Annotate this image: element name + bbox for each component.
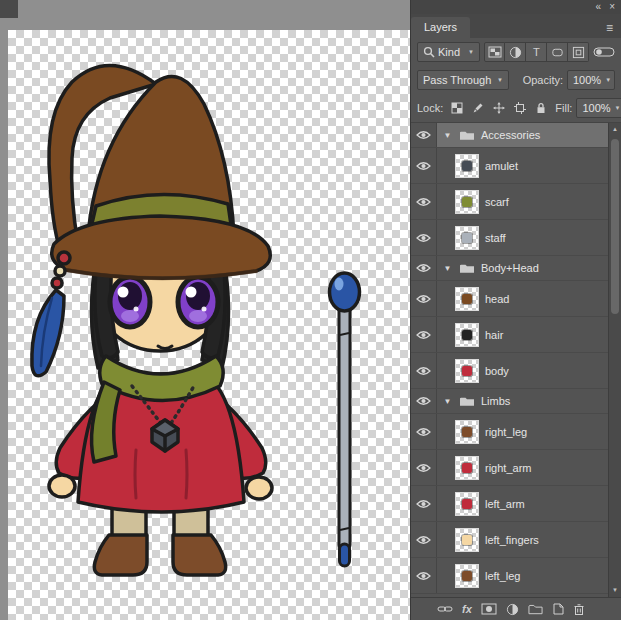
- chevron-down-icon: ▼: [497, 77, 503, 83]
- add-mask-icon[interactable]: [481, 603, 497, 615]
- disclosure-triangle-icon[interactable]: ▼: [442, 131, 453, 140]
- blend-mode-select[interactable]: Pass Through ▼: [417, 70, 509, 90]
- opacity-select[interactable]: 100% ▼: [567, 70, 615, 90]
- scroll-up-arrow[interactable]: ▲: [609, 123, 621, 136]
- fill-value: 100%: [582, 102, 610, 114]
- panel-menu-icon[interactable]: ≡: [606, 21, 621, 38]
- layer-group-row[interactable]: ▼Body+Head: [411, 256, 608, 281]
- shape-filter-icon[interactable]: [547, 42, 568, 62]
- layer-thumbnail[interactable]: [455, 154, 479, 178]
- visibility-eye-icon[interactable]: [411, 220, 437, 255]
- link-layers-icon[interactable]: [437, 604, 453, 614]
- lock-transparency-icon[interactable]: [449, 100, 465, 116]
- smartobject-filter-icon[interactable]: [568, 42, 589, 62]
- layer-name[interactable]: Limbs: [481, 395, 510, 407]
- lock-artboard-icon[interactable]: [512, 100, 528, 116]
- layer-row[interactable]: amulet: [411, 148, 608, 184]
- layer-thumbnail[interactable]: [455, 528, 479, 552]
- visibility-eye-icon[interactable]: [411, 123, 437, 147]
- document-transparent-canvas[interactable]: [8, 30, 410, 620]
- fill-label: Fill:: [555, 102, 572, 114]
- layer-name[interactable]: amulet: [485, 160, 518, 172]
- visibility-eye-icon[interactable]: [411, 450, 437, 485]
- layer-group-row[interactable]: ▼Accessories: [411, 123, 608, 148]
- canvas-corner: [0, 0, 18, 18]
- adjustment-layer-icon[interactable]: [506, 603, 519, 616]
- new-group-icon[interactable]: [528, 603, 543, 615]
- lock-pixels-icon[interactable]: [470, 100, 486, 116]
- layer-thumbnail[interactable]: [455, 359, 479, 383]
- delete-layer-icon[interactable]: [573, 603, 585, 615]
- visibility-eye-icon[interactable]: [411, 184, 437, 219]
- tab-layers[interactable]: Layers: [411, 17, 470, 38]
- adjustment-filter-icon[interactable]: [505, 42, 526, 62]
- layer-thumbnail[interactable]: [455, 456, 479, 480]
- close-panel-icon[interactable]: ×: [609, 0, 615, 14]
- disclosure-triangle-icon[interactable]: ▼: [442, 264, 453, 273]
- panel-footer: fx: [411, 597, 621, 620]
- type-filter-icon[interactable]: T: [526, 42, 547, 62]
- layer-thumbnail[interactable]: [455, 190, 479, 214]
- character-artwork: [8, 30, 410, 620]
- lock-icons: [449, 100, 549, 116]
- visibility-eye-icon[interactable]: [411, 317, 437, 352]
- visibility-eye-icon[interactable]: [411, 281, 437, 316]
- visibility-eye-icon[interactable]: [411, 256, 437, 280]
- layer-row[interactable]: right_leg: [411, 414, 608, 450]
- layer-name[interactable]: staff: [485, 232, 506, 244]
- lock-all-icon[interactable]: [533, 100, 549, 116]
- layer-row[interactable]: body: [411, 353, 608, 389]
- layer-row[interactable]: head: [411, 281, 608, 317]
- layer-thumbnail[interactable]: [455, 492, 479, 516]
- layer-row[interactable]: scarf: [411, 184, 608, 220]
- layer-name[interactable]: Body+Head: [481, 262, 539, 274]
- layer-name[interactable]: left_fingers: [485, 534, 539, 546]
- layer-thumbnail[interactable]: [455, 420, 479, 444]
- kind-filter-select[interactable]: Kind ▼: [417, 42, 480, 62]
- layer-name[interactable]: right_leg: [485, 426, 527, 438]
- canvas-area[interactable]: [0, 0, 410, 620]
- visibility-eye-icon[interactable]: [411, 522, 437, 557]
- left-eye: [110, 277, 150, 327]
- scroll-thumb[interactable]: [611, 139, 619, 314]
- layer-thumbnail[interactable]: [455, 323, 479, 347]
- layer-row[interactable]: left_fingers: [411, 522, 608, 558]
- filter-toggle[interactable]: [593, 46, 615, 58]
- layer-name[interactable]: hair: [485, 329, 503, 341]
- visibility-eye-icon[interactable]: [411, 148, 437, 183]
- visibility-eye-icon[interactable]: [411, 389, 437, 413]
- lock-position-icon[interactable]: [491, 100, 507, 116]
- visibility-eye-icon[interactable]: [411, 486, 437, 521]
- layer-thumbnail[interactable]: [455, 226, 479, 250]
- layer-name[interactable]: body: [485, 365, 509, 377]
- layer-row[interactable]: right_arm: [411, 450, 608, 486]
- group-folder-icon: [459, 262, 475, 274]
- scroll-down-arrow[interactable]: ▼: [609, 584, 621, 597]
- scroll-track[interactable]: [609, 136, 621, 584]
- fill-select[interactable]: 100% ▼: [576, 98, 621, 118]
- layer-row[interactable]: hair: [411, 317, 608, 353]
- layer-name[interactable]: right_arm: [485, 462, 531, 474]
- layer-row[interactable]: left_arm: [411, 486, 608, 522]
- layer-name[interactable]: head: [485, 293, 509, 305]
- collapse-panel-icon[interactable]: «: [596, 0, 602, 14]
- visibility-eye-icon[interactable]: [411, 414, 437, 449]
- right-eye: [178, 277, 218, 327]
- layer-style-fx-icon[interactable]: fx: [462, 603, 472, 615]
- layer-row[interactable]: staff: [411, 220, 608, 256]
- layer-name[interactable]: scarf: [485, 196, 509, 208]
- new-layer-icon[interactable]: [552, 603, 564, 615]
- visibility-eye-icon[interactable]: [411, 353, 437, 388]
- layer-thumbnail[interactable]: [455, 287, 479, 311]
- layer-group-row[interactable]: ▼Limbs: [411, 389, 608, 414]
- layer-row[interactable]: left_leg: [411, 558, 608, 594]
- layer-thumbnail[interactable]: [455, 564, 479, 588]
- thumbnail-content: [462, 197, 472, 207]
- pixel-filter-icon[interactable]: [484, 42, 505, 62]
- layers-scrollbar[interactable]: ▲ ▼: [608, 123, 621, 597]
- layer-name[interactable]: left_arm: [485, 498, 525, 510]
- layer-name[interactable]: Accessories: [481, 129, 540, 141]
- layer-name[interactable]: left_leg: [485, 570, 520, 582]
- disclosure-triangle-icon[interactable]: ▼: [442, 397, 453, 406]
- visibility-eye-icon[interactable]: [411, 558, 437, 593]
